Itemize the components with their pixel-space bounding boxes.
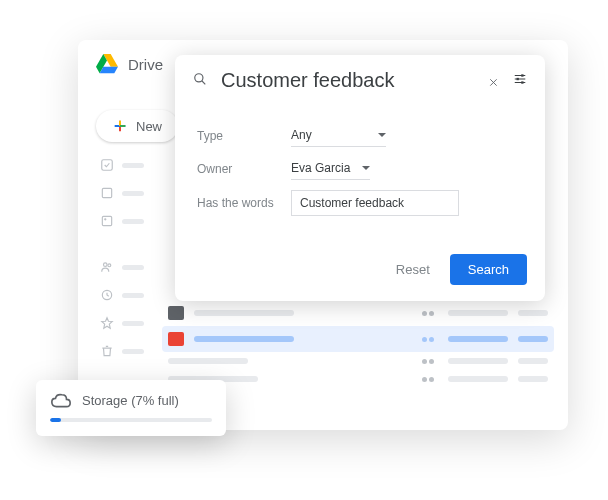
chevron-down-icon xyxy=(378,133,386,137)
sidebar-item-label xyxy=(122,163,144,168)
plus-icon xyxy=(112,118,128,134)
svg-rect-10 xyxy=(521,81,523,83)
panel-actions: Reset Search xyxy=(175,244,545,301)
file-meta xyxy=(448,310,508,316)
file-name xyxy=(194,336,294,342)
svg-point-4 xyxy=(104,263,108,267)
sidebar-item-label xyxy=(122,191,144,196)
file-meta xyxy=(518,376,548,382)
svg-point-5 xyxy=(108,264,111,267)
sidebar xyxy=(100,158,150,358)
filter-owner: Owner Eva Garcia xyxy=(197,157,523,180)
svg-rect-2 xyxy=(102,216,111,225)
search-input[interactable] xyxy=(221,69,474,92)
has-words-input[interactable] xyxy=(291,190,459,216)
file-meta xyxy=(448,336,508,342)
reset-button[interactable]: Reset xyxy=(388,256,438,283)
search-bar xyxy=(175,55,545,106)
sidebar-item[interactable] xyxy=(100,344,150,358)
sidebar-item-label xyxy=(122,293,144,298)
file-meta xyxy=(518,336,548,342)
filter-has-words: Has the words xyxy=(197,190,523,216)
sidebar-item[interactable] xyxy=(100,214,150,228)
filters: Type Any Owner Eva Garcia Has the words xyxy=(175,106,545,244)
owner-value: Eva Garcia xyxy=(291,161,350,175)
people-icon xyxy=(422,311,438,316)
svg-point-3 xyxy=(104,218,106,220)
storage-card[interactable]: Storage (7% full) xyxy=(36,380,226,436)
people-icon xyxy=(422,377,438,382)
sidebar-item-label xyxy=(122,265,144,270)
storage-bar xyxy=(50,418,212,422)
sidebar-item-label xyxy=(122,349,144,354)
sidebar-item[interactable] xyxy=(100,260,150,274)
filter-label: Owner xyxy=(197,162,277,176)
sidebar-item-label xyxy=(122,219,144,224)
people-icon xyxy=(100,260,114,274)
file-meta xyxy=(518,358,548,364)
filter-label: Type xyxy=(197,129,277,143)
storage-label: Storage (7% full) xyxy=(82,393,179,408)
svg-rect-8 xyxy=(521,74,523,76)
search-panel: Type Any Owner Eva Garcia Has the words … xyxy=(175,55,545,301)
type-dropdown[interactable]: Any xyxy=(291,124,386,147)
svg-point-7 xyxy=(195,73,203,81)
list-item[interactable] xyxy=(168,300,548,326)
file-name xyxy=(194,310,294,316)
device-icon xyxy=(100,186,114,200)
svg-rect-0 xyxy=(102,160,113,171)
storage-top: Storage (7% full) xyxy=(50,392,212,408)
sidebar-item[interactable] xyxy=(100,158,150,172)
photo-icon xyxy=(100,214,114,228)
filter-type: Type Any xyxy=(197,124,523,147)
storage-fill xyxy=(50,418,61,422)
star-icon xyxy=(100,316,114,330)
sidebar-item[interactable] xyxy=(100,316,150,330)
trash-icon xyxy=(100,344,114,358)
folder-icon xyxy=(168,306,184,320)
new-button[interactable]: New xyxy=(96,110,178,142)
file-list xyxy=(168,300,548,388)
owner-dropdown[interactable]: Eva Garcia xyxy=(291,157,370,180)
tune-icon[interactable] xyxy=(513,72,527,90)
people-icon xyxy=(422,359,438,364)
people-icon xyxy=(422,337,438,342)
svg-rect-9 xyxy=(516,77,518,79)
list-item[interactable] xyxy=(162,326,554,352)
sidebar-item-label xyxy=(122,321,144,326)
image-icon xyxy=(168,332,184,346)
checkbox-icon xyxy=(100,158,114,172)
file-meta xyxy=(518,310,548,316)
filter-label: Has the words xyxy=(197,196,277,210)
sidebar-item[interactable] xyxy=(100,288,150,302)
list-item[interactable] xyxy=(168,352,548,370)
close-icon[interactable] xyxy=(488,74,499,88)
new-button-label: New xyxy=(136,119,162,134)
svg-rect-1 xyxy=(102,188,111,197)
clock-icon xyxy=(100,288,114,302)
search-icon xyxy=(193,72,207,90)
file-meta xyxy=(448,376,508,382)
chevron-down-icon xyxy=(362,166,370,170)
file-name xyxy=(168,358,248,364)
cloud-icon xyxy=(50,392,72,408)
drive-logo-icon xyxy=(96,54,118,74)
file-meta xyxy=(448,358,508,364)
sidebar-item[interactable] xyxy=(100,186,150,200)
type-value: Any xyxy=(291,128,312,142)
drive-title: Drive xyxy=(128,56,163,73)
search-button[interactable]: Search xyxy=(450,254,527,285)
